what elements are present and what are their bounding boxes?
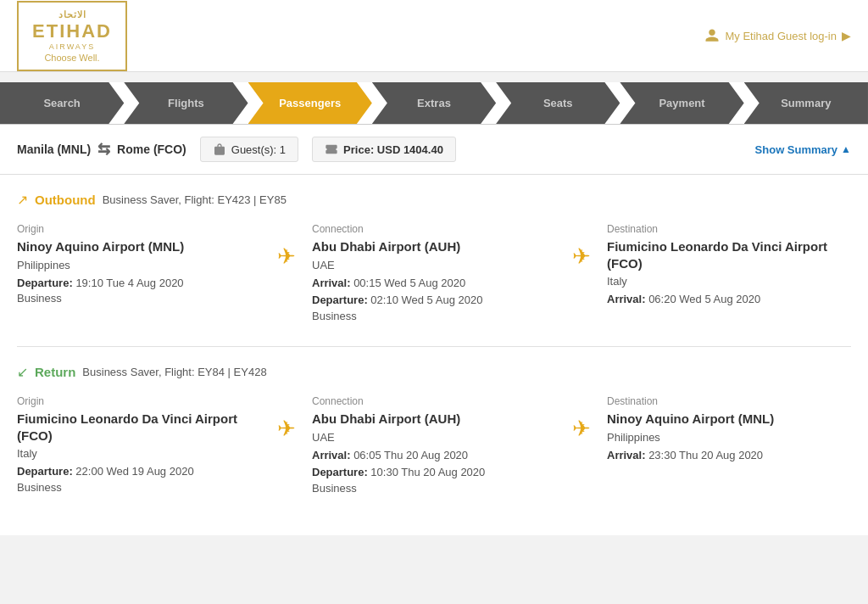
progress-bar: Search Flights Passengers Extras Seats P… [0, 82, 868, 125]
origin-label: Manila (MNL) [17, 143, 91, 156]
outbound-section: ↗ Outbound Business Saver, Flight: EY423… [17, 192, 851, 322]
price-label: Price: USD 1404.40 [343, 143, 443, 156]
return-origin-departure: Departure: 22:00 Wed 19 Aug 2020 [17, 463, 253, 481]
destination-label: Rome (FCO) [117, 143, 186, 156]
outbound-label: Outbound [35, 193, 96, 207]
return-connection-country: UAE [312, 431, 548, 444]
return-arrow1: ✈ [261, 395, 312, 442]
return-label: Return [35, 365, 75, 379]
return-destination-country: Philippines [607, 431, 843, 444]
origin-cabin: Business [17, 292, 253, 305]
origin-departure: Departure: Departure: 19:10 Tue 4 Aug 20… [17, 275, 253, 293]
plane-icon-3: ✈ [277, 416, 296, 442]
guest-login-label: My Etihad Guest log-in [725, 30, 837, 42]
origin-airport-name: Ninoy Aquino Airport (MNL) [17, 238, 253, 255]
route: Manila (MNL) ⇆ Rome (FCO) [17, 140, 186, 159]
return-connection-arrival: Arrival: 06:05 Thu 20 Aug 2020 [312, 447, 548, 465]
guest-login-button[interactable]: My Etihad Guest log-in ▶ [704, 28, 851, 43]
outbound-destination: Destination Fiumicino Leonardo Da Vinci … [607, 223, 851, 309]
return-destination-name: Ninoy Aquino Airport (MNL) [607, 411, 843, 428]
outbound-flight-info: Business Saver, Flight: EY423 | EY85 [103, 193, 287, 206]
connection-arrival: Arrival: 00:15 Wed 5 Aug 2020 [312, 275, 548, 293]
step-extras[interactable]: Extras [372, 82, 496, 124]
guest-icon [213, 143, 226, 156]
destination-airport-name: Fiumicino Leonardo Da Vinci Airport (FCO… [607, 238, 843, 271]
return-origin: Origin Fiumicino Leonardo Da Vinci Airpo… [17, 395, 261, 494]
return-arrow2: ✈ [556, 395, 607, 442]
return-connection-name: Abu Dhabi Airport (AUH) [312, 411, 548, 428]
return-destination-label: Destination [607, 395, 843, 407]
return-connection-departure: Departure: 10:30 Thu 20 Aug 2020 [312, 464, 548, 482]
origin-country: Philippines [17, 259, 253, 271]
outbound-connection: Connection Abu Dhabi Airport (AUH) UAE A… [312, 223, 556, 322]
return-flight-info: Business Saver, Flight: EY84 | EY428 [82, 366, 266, 378]
plane-icon-2: ✈ [572, 243, 591, 270]
ticket-icon [325, 143, 338, 156]
show-summary-label: Show Summary [755, 143, 838, 156]
return-connection: Connection Abu Dhabi Airport (AUH) UAE A… [312, 395, 556, 495]
logo-arabic: الاتحاد [58, 9, 86, 20]
show-summary-button[interactable]: Show Summary ▲ [755, 143, 851, 156]
return-origin-name: Fiumicino Leonardo Da Vinci Airport (FCO… [17, 411, 253, 444]
step-flights[interactable]: Flights [124, 82, 248, 124]
return-label-row: ↙ Return Business Saver, Flight: EY84 | … [17, 364, 851, 380]
arrow-icon: ▶ [842, 29, 851, 42]
plane-icon-4: ✈ [572, 416, 591, 442]
connection-country: UAE [312, 259, 548, 271]
step-passengers[interactable]: Passengers [248, 82, 372, 124]
person-icon [704, 28, 720, 43]
destination-section-label: Destination [607, 223, 843, 235]
logo-sub: AIRWAYS [49, 42, 95, 51]
outbound-arrow-icon: ↗ [17, 192, 28, 208]
origin-section-label: Origin [17, 223, 253, 235]
destination-arrival: Arrival: 06:20 Wed 5 Aug 2020 [607, 291, 843, 309]
return-connection-cabin: Business [312, 482, 548, 495]
return-origin-label: Origin [17, 395, 253, 407]
connection-cabin: Business [312, 310, 548, 322]
outbound-arrow1: ✈ [261, 223, 312, 270]
top-header: الاتحاد ETIHAD AIRWAYS Choose Well. My E… [0, 0, 868, 72]
price-badge: Price: USD 1404.40 [312, 137, 456, 162]
section-divider [17, 346, 851, 347]
step-search[interactable]: Search [0, 82, 124, 124]
outbound-label-row: ↗ Outbound Business Saver, Flight: EY423… [17, 192, 851, 208]
progress-bar-wrapper: Search Flights Passengers Extras Seats P… [0, 72, 868, 125]
return-destination: Destination Ninoy Aquino Airport (MNL) P… [607, 395, 851, 464]
connection-departure: Departure: 02:10 Wed 5 Aug 2020 [312, 292, 548, 310]
outbound-arrow2: ✈ [556, 223, 607, 270]
logo: الاتحاد ETIHAD AIRWAYS Choose Well. [17, 1, 127, 71]
outbound-grid: Origin Ninoy Aquino Airport (MNL) Philip… [17, 223, 851, 322]
route-arrow-icon: ⇆ [97, 140, 110, 159]
logo-tagline: Choose Well. [44, 53, 99, 63]
plane-icon-1: ✈ [277, 243, 296, 270]
return-origin-country: Italy [17, 447, 253, 460]
step-seats[interactable]: Seats [496, 82, 620, 124]
main-content: ↗ Outbound Business Saver, Flight: EY423… [0, 175, 868, 535]
step-summary[interactable]: Summary [744, 82, 868, 124]
return-connection-label: Connection [312, 395, 548, 407]
guests-label: Guest(s): 1 [231, 143, 286, 156]
connection-airport-name: Abu Dhabi Airport (AUH) [312, 238, 548, 255]
return-origin-cabin: Business [17, 481, 253, 494]
return-grid: Origin Fiumicino Leonardo Da Vinci Airpo… [17, 395, 851, 495]
destination-country: Italy [607, 275, 843, 288]
guests-badge: Guest(s): 1 [200, 137, 298, 162]
step-payment[interactable]: Payment [620, 82, 743, 124]
return-arrow-icon: ↙ [17, 364, 28, 380]
connection-section-label: Connection [312, 223, 548, 235]
return-destination-arrival: Arrival: 23:30 Thu 20 Aug 2020 [607, 447, 843, 465]
subheader: Manila (MNL) ⇆ Rome (FCO) Guest(s): 1 Pr… [0, 125, 868, 175]
chevron-up-icon: ▲ [841, 143, 851, 155]
return-section: ↙ Return Business Saver, Flight: EY84 | … [17, 364, 851, 495]
outbound-origin: Origin Ninoy Aquino Airport (MNL) Philip… [17, 223, 261, 305]
logo-main: ETIHAD [32, 20, 112, 42]
